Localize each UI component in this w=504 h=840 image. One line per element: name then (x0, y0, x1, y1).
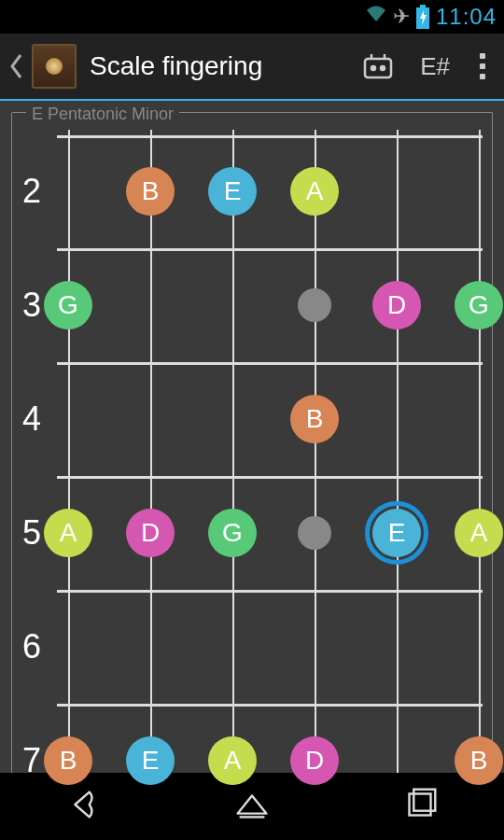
fretboard-section: E Pentatonic Minor 234567BEAGDGBADGEABEA… (0, 101, 504, 773)
svg-point-5 (371, 66, 375, 70)
action-bar: Scale fingering E# (0, 34, 504, 101)
note-G[interactable]: G (208, 509, 257, 557)
string-5 (397, 130, 399, 773)
fretboard[interactable]: 234567BEAGDGBADGEABEADB (12, 130, 492, 773)
nav-recent-button[interactable] (399, 783, 441, 830)
note-A[interactable]: A (208, 736, 257, 785)
fret-inlay (298, 516, 331, 550)
note-G[interactable]: G (44, 281, 92, 329)
page-title: Scale fingering (90, 51, 355, 81)
string-6 (479, 130, 481, 773)
wifi-icon (365, 5, 387, 29)
nav-back-button[interactable] (63, 783, 105, 830)
fret-line (57, 704, 483, 707)
string-2 (150, 130, 152, 773)
note-D[interactable]: D (126, 509, 175, 557)
note-A[interactable]: A (455, 509, 503, 557)
app-icon[interactable] (32, 44, 77, 89)
fret-line (57, 362, 483, 365)
fret-number: 2 (12, 172, 51, 211)
nav-home-button[interactable] (231, 783, 273, 830)
note-D[interactable]: D (372, 281, 421, 329)
svg-rect-8 (410, 794, 431, 816)
note-B[interactable]: B (44, 736, 92, 785)
tuner-icon[interactable] (362, 52, 394, 80)
string-3 (232, 130, 234, 773)
fret-line (57, 135, 483, 138)
note-B[interactable]: B (126, 167, 175, 216)
note-E[interactable]: E (372, 509, 421, 557)
scale-name-label: E Pentatonic Minor (26, 105, 179, 124)
svg-point-6 (381, 66, 385, 70)
string-4 (315, 130, 316, 773)
battery-icon (415, 5, 430, 29)
note-G[interactable]: G (455, 281, 503, 329)
fret-number: 6 (12, 627, 51, 666)
fret-line (57, 590, 483, 593)
svg-rect-0 (420, 5, 426, 7)
note-D[interactable]: D (290, 736, 339, 785)
status-bar: ✈ 11:04 (0, 0, 504, 34)
fret-line (57, 476, 483, 479)
status-time: 11:04 (436, 4, 497, 30)
enharmonic-toggle[interactable]: E# (420, 52, 450, 81)
note-B[interactable]: B (290, 395, 339, 443)
fret-number: 4 (12, 399, 51, 439)
note-E[interactable]: E (208, 167, 257, 216)
note-A[interactable]: A (44, 509, 92, 557)
string-1 (68, 130, 70, 773)
svg-rect-9 (413, 790, 435, 811)
back-button[interactable] (7, 49, 24, 83)
svg-rect-2 (365, 59, 391, 77)
fret-line (57, 248, 483, 251)
note-E[interactable]: E (126, 736, 175, 785)
airplane-icon: ✈ (393, 5, 410, 29)
fret-inlay (298, 288, 331, 322)
note-A[interactable]: A (290, 167, 339, 216)
note-B[interactable]: B (455, 736, 503, 785)
overflow-menu[interactable] (476, 49, 489, 83)
